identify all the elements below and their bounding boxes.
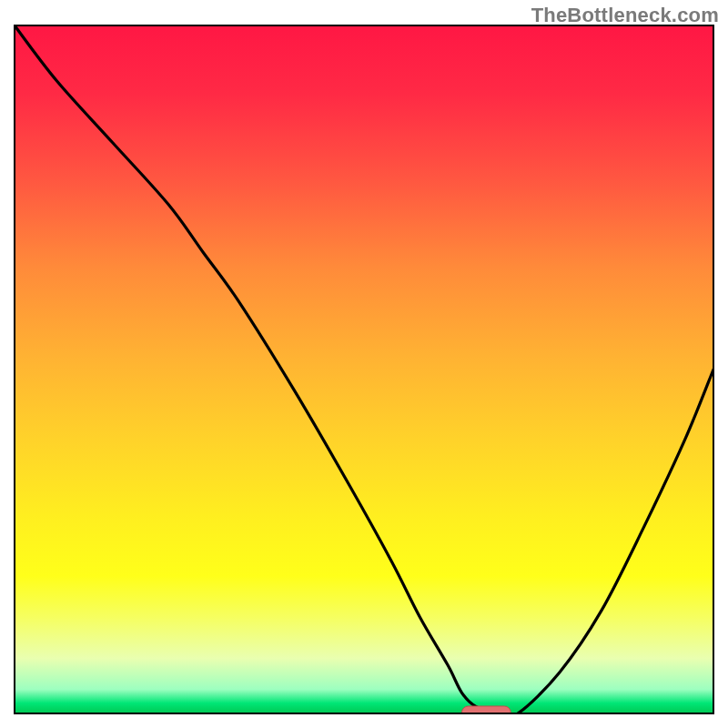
bottleneck-chart xyxy=(0,0,728,728)
chart-stage: TheBottleneck.com xyxy=(0,0,728,728)
watermark-text: TheBottleneck.com xyxy=(531,4,719,27)
gradient-background xyxy=(15,25,713,713)
